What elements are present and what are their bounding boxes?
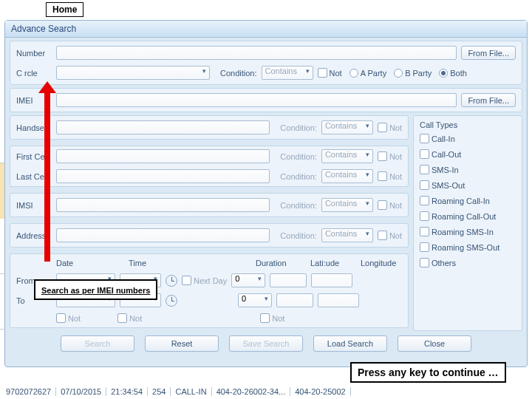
lat-col-label: Lati:ude — [310, 259, 347, 267]
last-cell-input[interactable] — [56, 169, 270, 183]
call-types-label: Call Types — [420, 120, 516, 129]
advance-search-panel: Advance Search Number From File... C rcl… — [4, 20, 528, 367]
calltype-sms-in[interactable]: SMS-In — [420, 165, 516, 174]
number-from-file-button[interactable]: From File... — [461, 46, 516, 60]
from-lon[interactable] — [311, 273, 352, 287]
first-cell-cond-dropdown[interactable]: Contains — [321, 149, 373, 163]
imei-group: IMEI From File... — [10, 88, 522, 112]
footer-cell: 07/10/2015 — [61, 387, 106, 396]
status-bar: 9702072627 07/10/2015 21:34:54 254 CALL-… — [6, 387, 526, 396]
imei-from-file-button[interactable]: From File... — [461, 93, 516, 107]
time-not-checkbox[interactable]: Not — [117, 313, 142, 323]
address-cond-dropdown[interactable]: Contains — [321, 228, 373, 242]
footer-cell: 254 — [152, 387, 171, 396]
from-lat[interactable] — [270, 273, 307, 287]
last-cell-cond-dropdown[interactable]: Contains — [321, 169, 373, 183]
panel-title: Advance Search — [5, 21, 527, 38]
call-types-panel: Call Types Call-In Call-Out SMS-In SMS-O… — [413, 115, 522, 331]
handset-not-checkbox[interactable]: Not — [378, 123, 402, 132]
lon-col-label: Longitude — [361, 259, 402, 267]
footer-cell: CALL-IN — [175, 387, 211, 396]
date-not-checkbox[interactable]: Not — [56, 313, 81, 323]
footer-cell: 21:34:54 — [111, 387, 148, 396]
next-day-checkbox[interactable]: Next Day — [182, 276, 227, 285]
first-cell-input[interactable] — [56, 149, 270, 163]
a-party-radio[interactable]: A Party — [349, 69, 386, 78]
calltype-call-out[interactable]: Call-Out — [420, 149, 516, 159]
calltype-others[interactable]: Others — [420, 258, 516, 267]
calltype-roam-sms-in[interactable]: Roaming SMS-In — [420, 227, 516, 236]
imsi-input[interactable] — [56, 198, 270, 212]
circle-condition-dropdown[interactable]: Contains — [262, 66, 313, 80]
imsi-not-checkbox[interactable]: Not — [378, 200, 402, 210]
footer-cell: 404-20-26002-34... — [216, 387, 291, 396]
save-search-button[interactable]: Save Search — [229, 335, 303, 352]
handset-row: Handset Condition: Contains Not — [10, 115, 409, 140]
to-lat[interactable] — [276, 293, 313, 307]
cell-group: First Cell Condition: Contains Not Last … — [10, 146, 409, 187]
clock-icon-2 — [166, 295, 177, 307]
circle-condition-label: Condition: — [220, 69, 257, 78]
first-cell-not-checkbox[interactable]: Not — [378, 151, 402, 161]
to-duration[interactable]: 0 — [238, 293, 272, 307]
calltype-sms-out[interactable]: SMS-Out — [420, 180, 516, 190]
date-col-label: Date — [56, 259, 115, 267]
to-lon[interactable] — [318, 293, 359, 307]
search-imei-callout: Search as per IMEI numbers — [34, 279, 157, 300]
both-radio[interactable]: Both — [439, 69, 467, 78]
press-key-callout: Press any key to continue … — [350, 362, 506, 383]
number-group: Number From File... C rcle Condition: Co… — [10, 41, 522, 85]
address-input[interactable] — [56, 228, 270, 242]
imsi-cond-label: Condition: — [280, 201, 317, 210]
circle-dropdown[interactable] — [56, 66, 210, 80]
footer-cell: 404-20-25002 — [295, 387, 351, 396]
panel-body: Number From File... C rcle Condition: Co… — [5, 38, 527, 366]
imei-input[interactable] — [56, 93, 457, 107]
address-cond-label: Condition: — [280, 231, 317, 240]
first-cell-cond-label: Condition: — [280, 152, 317, 161]
handset-cond-dropdown[interactable]: Contains — [321, 120, 373, 134]
home-tab[interactable]: Home — [46, 2, 83, 17]
search-button[interactable]: Search — [61, 335, 134, 352]
last-cell-cond-label: Condition: — [280, 172, 317, 181]
circle-not-checkbox[interactable]: Not — [318, 68, 342, 78]
calltype-roam-call-in[interactable]: Roaming Call-In — [420, 196, 516, 205]
circle-label: C rcle — [16, 69, 52, 78]
handset-input[interactable] — [56, 120, 270, 134]
clock-icon — [166, 275, 177, 287]
red-arrow-annotation — [44, 93, 50, 262]
from-duration[interactable]: 0 — [231, 273, 265, 287]
side-strip — [0, 108, 4, 330]
handset-cond-label: Condition: — [280, 123, 317, 132]
calltype-call-in[interactable]: Call-In — [420, 134, 516, 143]
b-party-radio[interactable]: B Party — [394, 69, 432, 78]
last-cell-not-checkbox[interactable]: Not — [378, 171, 402, 181]
number-input[interactable] — [56, 46, 457, 60]
duration-col-label: Duration — [256, 259, 297, 267]
imsi-cond-dropdown[interactable]: Contains — [321, 198, 373, 212]
footer-cell: 9702072627 — [6, 387, 56, 396]
duration-not-checkbox[interactable]: Not — [260, 313, 284, 323]
button-row: Search Reset Save Search Load Search Clo… — [10, 335, 522, 352]
close-button[interactable]: Close — [398, 335, 471, 352]
calltype-roam-call-out[interactable]: Roaming Call-Out — [420, 211, 516, 221]
calltype-roam-sms-out[interactable]: Roaming SMS-Out — [420, 242, 516, 252]
time-col-label: Time — [129, 259, 188, 267]
reset-button[interactable]: Reset — [145, 335, 219, 352]
address-row: Address Condition: Contains Not — [10, 223, 409, 248]
address-not-checkbox[interactable]: Not — [378, 231, 402, 240]
load-search-button[interactable]: Load Search — [313, 335, 387, 352]
imsi-row: IMSI Condition: Contains Not — [10, 193, 409, 217]
number-label: Number — [16, 49, 52, 58]
